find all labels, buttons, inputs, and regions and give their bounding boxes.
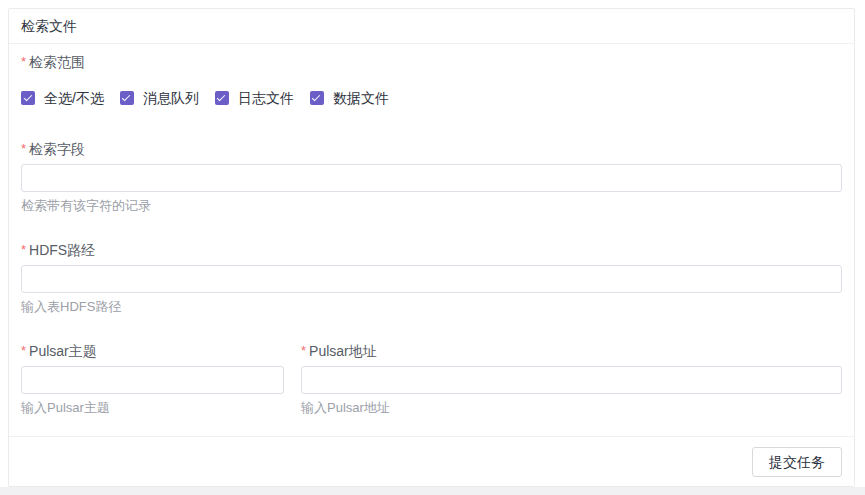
checkbox-checked-icon[interactable] xyxy=(310,91,324,105)
checkbox-select-all[interactable]: 全选/不选 xyxy=(21,89,104,107)
checkbox-label[interactable]: 日志文件 xyxy=(238,89,294,107)
hdfs-path-label: * HDFS路经 xyxy=(21,242,842,258)
pulsar-topic-label: * Pulsar主题 xyxy=(21,343,284,359)
checkbox-label[interactable]: 数据文件 xyxy=(333,89,389,107)
hdfs-path-input[interactable] xyxy=(21,265,842,293)
required-asterisk-icon: * xyxy=(21,54,26,70)
search-file-form: * 检索范围 全选/不选 消息队列 日志文件 数据文件 xyxy=(9,44,854,436)
search-file-card: 检索文件 * 检索范围 全选/不选 消息队列 日志文件 xyxy=(8,8,855,487)
form-group-pulsar-address: * Pulsar地址 输入Pulsar地址 xyxy=(301,343,842,416)
form-group-hdfs-path: * HDFS路经 输入表HDFS路径 xyxy=(21,242,842,315)
submit-task-button[interactable]: 提交任务 xyxy=(752,447,842,477)
form-group-scope: * 检索范围 全选/不选 消息队列 日志文件 数据文件 xyxy=(21,54,842,107)
pulsar-topic-hint: 输入Pulsar主题 xyxy=(21,400,284,416)
pulsar-topic-label-text: Pulsar主题 xyxy=(29,343,97,359)
checkbox-checked-icon[interactable] xyxy=(21,91,35,105)
scope-label: * 检索范围 xyxy=(21,54,842,70)
pulsar-row: * Pulsar主题 输入Pulsar主题 * Pulsar地址 输入Pulsa… xyxy=(21,343,842,436)
form-group-search-field: * 检索字段 检索带有该字符的记录 xyxy=(21,141,842,214)
scope-label-text: 检索范围 xyxy=(29,54,85,70)
checkbox-data-file[interactable]: 数据文件 xyxy=(310,89,389,107)
search-field-hint: 检索带有该字符的记录 xyxy=(21,198,842,214)
scope-checkbox-row: 全选/不选 消息队列 日志文件 数据文件 xyxy=(21,89,842,107)
page-bottom-strip xyxy=(0,487,865,495)
pulsar-address-label-text: Pulsar地址 xyxy=(309,343,377,359)
card-footer: 提交任务 xyxy=(9,436,854,486)
pulsar-address-label: * Pulsar地址 xyxy=(301,343,842,359)
required-asterisk-icon: * xyxy=(301,343,306,359)
checkbox-message-queue[interactable]: 消息队列 xyxy=(120,89,199,107)
card-title: 检索文件 xyxy=(9,9,854,44)
search-field-input[interactable] xyxy=(21,164,842,192)
required-asterisk-icon: * xyxy=(21,141,26,157)
hdfs-path-hint: 输入表HDFS路径 xyxy=(21,299,842,315)
pulsar-topic-input[interactable] xyxy=(21,366,284,394)
checkbox-log-file[interactable]: 日志文件 xyxy=(215,89,294,107)
checkbox-checked-icon[interactable] xyxy=(215,91,229,105)
required-asterisk-icon: * xyxy=(21,343,26,359)
checkbox-label[interactable]: 消息队列 xyxy=(143,89,199,107)
required-asterisk-icon: * xyxy=(21,242,26,258)
search-field-label: * 检索字段 xyxy=(21,141,842,157)
form-group-pulsar-topic: * Pulsar主题 输入Pulsar主题 xyxy=(21,343,284,416)
checkbox-checked-icon[interactable] xyxy=(120,91,134,105)
pulsar-address-input[interactable] xyxy=(301,366,842,394)
checkbox-label[interactable]: 全选/不选 xyxy=(44,89,104,107)
search-field-label-text: 检索字段 xyxy=(29,141,85,157)
hdfs-path-label-text: HDFS路经 xyxy=(29,242,95,258)
pulsar-address-hint: 输入Pulsar地址 xyxy=(301,400,842,416)
